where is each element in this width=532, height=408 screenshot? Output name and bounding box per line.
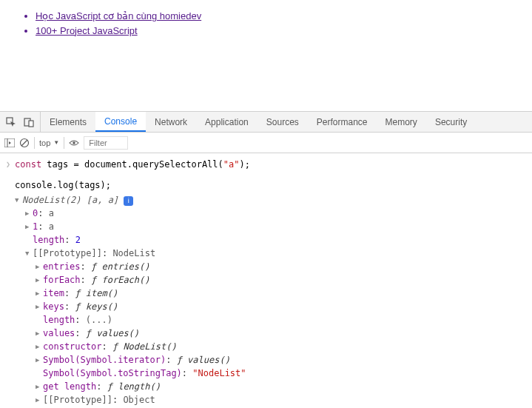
filter-input[interactable] — [84, 136, 128, 150]
console-output[interactable]: ❯ const tags = document.querySelectorAll… — [0, 153, 532, 408]
tree-row[interactable]: keys: ƒ keys() — [0, 300, 532, 313]
tree-row[interactable]: forEach: ƒ forEach() — [0, 273, 532, 287]
tree-row[interactable]: [[Prototype]]: Object — [0, 393, 532, 407]
tree-row[interactable]: get length: ƒ length() — [0, 380, 532, 393]
svg-point-7 — [73, 141, 75, 144]
tab-performance[interactable]: Performance — [308, 112, 377, 132]
tab-security[interactable]: Security — [426, 112, 476, 132]
tree-row[interactable]: entries: ƒ entries() — [0, 260, 532, 273]
tree-row[interactable]: 0: a — [0, 207, 532, 220]
sidebar-toggle-icon[interactable] — [4, 138, 15, 148]
tab-application[interactable]: Application — [196, 112, 257, 132]
tab-network[interactable]: Network — [146, 112, 196, 132]
clear-icon[interactable] — [19, 138, 30, 148]
tree-row[interactable]: [[Prototype]]: NodeList — [0, 247, 532, 260]
tree-row[interactable]: item: ƒ item() — [0, 287, 532, 300]
list-item: 100+ Project JavaScript — [36, 24, 532, 39]
tree-row[interactable]: constructor: ƒ NodeList() — [0, 340, 532, 353]
separator — [34, 137, 35, 149]
tab-sources[interactable]: Sources — [257, 112, 308, 132]
context-selector[interactable]: top▼ — [39, 138, 59, 147]
link-1[interactable]: Học JavaScript cơ bản cùng homiedev — [36, 10, 201, 21]
list-item: Học JavaScript cơ bản cùng homiedev — [36, 9, 532, 24]
svg-line-6 — [21, 140, 27, 146]
tree-row[interactable]: length: 2 — [0, 233, 532, 247]
console-input-line: ❯ const tags = document.querySelectorAll… — [0, 156, 532, 173]
tree-row[interactable]: Symbol(Symbol.toStringTag): "NodeList" — [0, 367, 532, 380]
console-toolbar: top▼ — [0, 133, 532, 153]
tree-row[interactable]: Symbol(Symbol.iterator): ƒ values() — [0, 353, 532, 367]
separator — [64, 137, 64, 149]
tab-memory[interactable]: Memory — [377, 112, 426, 132]
devtools-tabbar: Elements Console Network Application Sou… — [0, 112, 532, 133]
svg-rect-2 — [29, 121, 33, 127]
tree-row[interactable]: 1: a — [0, 220, 532, 233]
nodelist-header[interactable]: NodeList(2) [a, a] i — [0, 193, 532, 207]
filter-wrap — [84, 136, 528, 150]
page-content: Học JavaScript cơ bản cùng homiedev 100+… — [0, 0, 532, 38]
inspect-icon[interactable] — [6, 117, 16, 127]
tab-elements[interactable]: Elements — [41, 112, 95, 132]
tab-console[interactable]: Console — [95, 112, 146, 132]
eye-icon[interactable] — [69, 138, 79, 148]
tree-row[interactable]: values: ƒ values() — [0, 327, 532, 340]
console-input-line: console.log(tags); — [0, 177, 532, 193]
tree-row[interactable]: length: (...) — [0, 313, 532, 327]
info-icon[interactable]: i — [124, 196, 133, 206]
device-icon[interactable] — [24, 117, 34, 127]
link-2[interactable]: 100+ Project JavaScript — [36, 25, 138, 36]
devtools-panel: Elements Console Network Application Sou… — [0, 111, 532, 408]
